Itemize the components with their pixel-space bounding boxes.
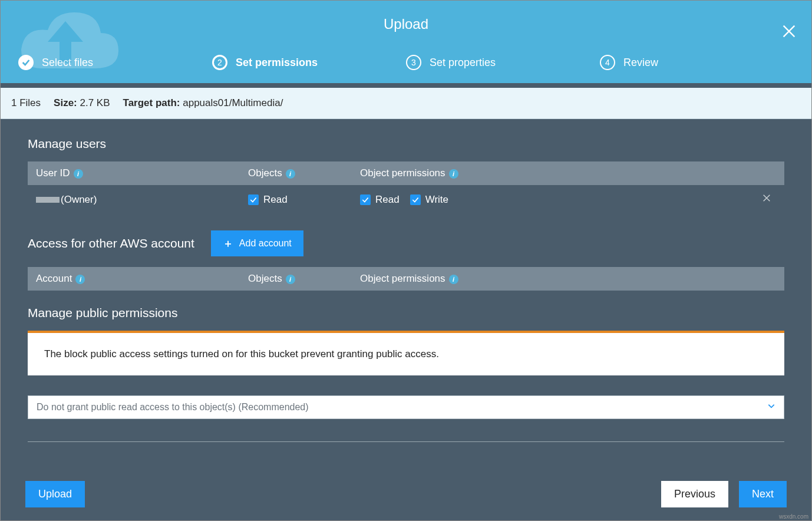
checkbox-label: Write: [425, 194, 448, 206]
target-path: Target path: appuals01/Multimedia/: [123, 97, 283, 109]
checkbox-objects-read[interactable]: [248, 194, 259, 205]
step-review[interactable]: 4 Review: [600, 55, 794, 70]
watermark: wsxdn.com: [779, 513, 808, 520]
step-label: Set permissions: [236, 57, 318, 69]
chevron-down-icon: [767, 402, 775, 413]
header-objects: Objectsi: [248, 273, 360, 285]
info-icon[interactable]: i: [449, 275, 458, 284]
header-object-permissions: Object permissionsi: [360, 273, 749, 285]
user-id-cell: (Owner): [36, 194, 248, 206]
plus-icon: ＋: [223, 236, 233, 250]
divider: [28, 441, 784, 442]
step-set-properties[interactable]: 3 Set properties: [406, 55, 600, 70]
accounts-table-header: Accounti Objectsi Object permissionsi: [28, 267, 784, 291]
checkbox-perm-read[interactable]: [360, 194, 371, 205]
close-icon: [781, 23, 797, 39]
file-size: Size: 2.7 KB: [54, 97, 110, 109]
add-account-button[interactable]: ＋ Add account: [211, 230, 303, 256]
step-number: 4: [600, 55, 615, 70]
step-label: Set properties: [430, 57, 496, 69]
step-set-permissions[interactable]: 2 Set permissions: [212, 55, 406, 70]
upload-button[interactable]: Upload: [25, 481, 85, 507]
cloud-upload-icon: [6, 4, 124, 86]
info-icon[interactable]: i: [286, 169, 295, 179]
dialog-header: Upload Select files 2 Set permissions 3 …: [1, 1, 811, 83]
info-icon[interactable]: i: [75, 275, 85, 284]
objects-cell: Read: [248, 194, 360, 206]
info-icon[interactable]: i: [286, 275, 295, 284]
section-other-aws: Access for other AWS account: [28, 236, 194, 250]
public-access-select[interactable]: Do not grant public read access to this …: [28, 395, 784, 419]
file-count: 1 Files: [11, 97, 41, 109]
step-number: 2: [212, 55, 227, 70]
header-account: Accounti: [36, 273, 248, 285]
check-icon: [18, 55, 34, 70]
step-label: Review: [623, 57, 658, 69]
close-icon: [762, 193, 771, 203]
checkbox-label: Read: [263, 194, 288, 206]
info-icon[interactable]: i: [449, 169, 458, 179]
info-icon[interactable]: i: [74, 169, 83, 179]
section-manage-users: Manage users: [28, 137, 784, 151]
section-public-permissions: Manage public permissions: [28, 306, 784, 320]
public-access-alert: The block public access settings turned …: [28, 331, 784, 375]
header-objects: Objectsi: [248, 167, 360, 179]
header-object-permissions: Object permissionsi: [360, 167, 749, 179]
remove-user-button[interactable]: [762, 194, 771, 205]
dialog-footer: Upload Previous Next: [1, 471, 811, 520]
checkbox-label: Read: [375, 194, 400, 206]
header-user-id: User IDi: [36, 167, 248, 179]
select-value: Do not grant public read access to this …: [37, 402, 309, 413]
close-button[interactable]: [781, 23, 797, 39]
upload-summary-bar: 1 Files Size: 2.7 KB Target path: appual…: [1, 88, 811, 119]
next-button[interactable]: Next: [739, 481, 787, 507]
step-number: 3: [406, 55, 421, 70]
permissions-cell: Read Write: [360, 194, 749, 206]
checkbox-perm-write[interactable]: [410, 194, 421, 205]
user-row: (Owner) Read Read Write: [28, 185, 784, 214]
previous-button[interactable]: Previous: [661, 481, 728, 507]
redacted-username: [36, 197, 60, 203]
users-table-header: User IDi Objectsi Object permissionsi: [28, 161, 784, 185]
